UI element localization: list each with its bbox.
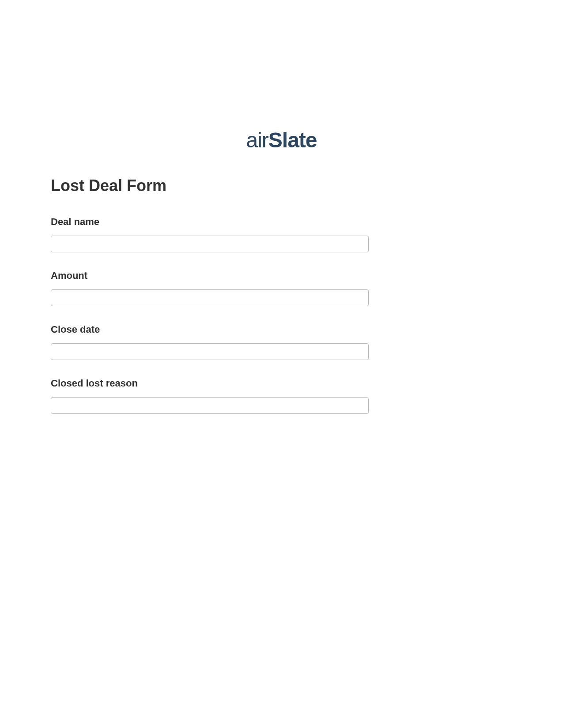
logo-prefix: air (246, 128, 268, 152)
input-close-date[interactable] (51, 343, 369, 360)
logo: airSlate (0, 128, 563, 152)
label-closed-lost-reason: Closed lost reason (51, 378, 512, 389)
form-title: Lost Deal Form (51, 176, 512, 195)
label-deal-name: Deal name (51, 216, 512, 228)
form-group-deal-name: Deal name (51, 216, 512, 252)
input-closed-lost-reason[interactable] (51, 397, 369, 414)
page-container: airSlate Lost Deal Form Deal name Amount… (0, 0, 563, 414)
form-wrapper: Lost Deal Form Deal name Amount Close da… (0, 176, 563, 414)
form-group-closed-lost-reason: Closed lost reason (51, 378, 512, 414)
logo-suffix: Slate (268, 128, 317, 152)
form-group-amount: Amount (51, 270, 512, 306)
form-group-close-date: Close date (51, 324, 512, 360)
logo-text: airSlate (246, 128, 317, 152)
label-amount: Amount (51, 270, 512, 281)
input-deal-name[interactable] (51, 236, 369, 252)
label-close-date: Close date (51, 324, 512, 335)
input-amount[interactable] (51, 289, 369, 306)
